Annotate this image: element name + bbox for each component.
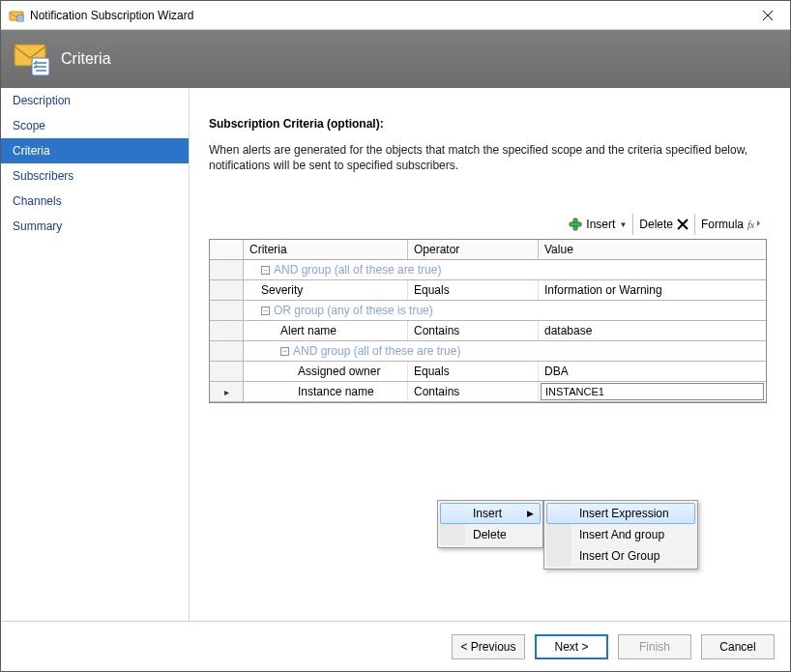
finish-button: Finish — [618, 634, 691, 659]
formula-fx-icon: fx — [747, 218, 761, 231]
menu-item-insert-or-group[interactable]: Insert Or Group — [546, 545, 695, 567]
main-panel: Subscription Criteria (optional): When a… — [190, 88, 790, 621]
close-button[interactable] — [746, 1, 790, 30]
cancel-button[interactable]: Cancel — [701, 634, 775, 659]
sidebar-item-channels[interactable]: Channels — [1, 189, 189, 214]
close-icon — [762, 10, 774, 21]
menu-item-insert[interactable]: Insert ▶ — [440, 503, 541, 524]
cell-criteria[interactable]: Severity — [244, 280, 408, 300]
window-title: Notification Subscription Wizard — [30, 9, 746, 22]
table-row[interactable]: Instance name Contains — [210, 382, 766, 402]
row-indicator — [210, 260, 244, 279]
grid-header-operator[interactable]: Operator — [408, 240, 539, 259]
submenu-arrow-icon: ▶ — [527, 509, 534, 518]
grid-toolbar: Insert ▼ Delete Formula fx — [209, 214, 767, 235]
menu-item-label: Insert — [473, 507, 502, 520]
menu-item-insert-expression[interactable]: Insert Expression — [546, 503, 695, 524]
plus-icon — [569, 218, 582, 231]
group-row[interactable]: − OR group (any of these is true) — [210, 301, 766, 321]
banner: Criteria — [1, 30, 790, 88]
cell-criteria[interactable]: Assigned owner — [244, 362, 408, 381]
svg-rect-1 — [17, 15, 23, 21]
grid-header-indent — [210, 240, 244, 259]
insert-label: Insert — [586, 218, 615, 231]
insert-button[interactable]: Insert ▼ — [563, 214, 633, 235]
menu-item-label: Delete — [473, 528, 507, 541]
group-label[interactable]: − AND group (all of these are true) — [244, 260, 766, 279]
menu-item-label: Insert And group — [579, 528, 664, 541]
wizard-footer: < Previous Next > Finish Cancel — [1, 621, 790, 671]
menu-item-insert-and-group[interactable]: Insert And group — [546, 524, 695, 545]
cell-operator[interactable]: Equals — [408, 362, 539, 381]
svg-marker-16 — [757, 220, 760, 226]
section-heading: Subscription Criteria (optional): — [209, 117, 767, 131]
table-row[interactable]: Assigned owner Equals DBA — [210, 362, 766, 382]
group-row[interactable]: − AND group (all of these are true) — [210, 341, 766, 362]
formula-label: Formula — [701, 218, 744, 231]
wizard-window: Notification Subscription Wizard Criteri… — [0, 0, 791, 672]
row-indicator — [210, 362, 244, 381]
table-row[interactable]: Alert name Contains database — [210, 321, 766, 341]
row-indicator — [210, 321, 244, 340]
next-button[interactable]: Next > — [535, 634, 608, 659]
cell-value[interactable]: database — [539, 321, 766, 340]
svg-rect-12 — [570, 222, 581, 226]
group-text: OR group (any of these is true) — [274, 304, 433, 317]
formula-button[interactable]: Formula fx — [695, 214, 767, 235]
group-label[interactable]: − AND group (all of these are true) — [244, 341, 766, 361]
app-icon — [9, 8, 24, 23]
criteria-grid: Criteria Operator Value − AND group (all… — [209, 239, 767, 403]
collapse-icon[interactable]: − — [280, 347, 289, 356]
cell-value[interactable]: Information or Warning — [539, 280, 766, 300]
context-menu[interactable]: Insert ▶ Delete — [437, 500, 543, 548]
cell-value[interactable]: DBA — [539, 362, 766, 381]
cell-operator[interactable]: Contains — [408, 382, 539, 401]
grid-header: Criteria Operator Value — [210, 240, 766, 260]
table-row[interactable]: Severity Equals Information or Warning — [210, 280, 766, 301]
group-text: AND group (all of these are true) — [293, 344, 460, 358]
row-indicator — [210, 341, 244, 361]
banner-title: Criteria — [61, 50, 111, 68]
menu-item-label: Insert Expression — [579, 507, 669, 520]
sidebar-item-summary[interactable]: Summary — [1, 214, 189, 239]
row-indicator — [210, 382, 244, 401]
row-indicator — [210, 280, 244, 300]
group-label[interactable]: − OR group (any of these is true) — [244, 301, 766, 320]
group-text: AND group (all of these are true) — [274, 263, 441, 277]
sidebar-item-description[interactable]: Description — [1, 88, 189, 113]
previous-button[interactable]: < Previous — [452, 634, 525, 659]
cell-operator[interactable]: Contains — [408, 321, 539, 340]
delete-button[interactable]: Delete — [633, 214, 695, 235]
cell-criteria[interactable]: Instance name — [244, 382, 408, 401]
context-submenu[interactable]: Insert Expression Insert And group Inser… — [543, 500, 698, 570]
collapse-icon[interactable]: − — [261, 307, 270, 315]
menu-item-label: Insert Or Group — [579, 549, 659, 563]
menu-item-delete[interactable]: Delete — [440, 524, 541, 545]
sidebar-item-scope[interactable]: Scope — [1, 113, 189, 138]
cell-value[interactable] — [539, 382, 766, 401]
delete-label: Delete — [639, 218, 673, 231]
grid-body: − AND group (all of these are true) Seve… — [210, 260, 766, 402]
group-row[interactable]: − AND group (all of these are true) — [210, 260, 766, 280]
value-input[interactable] — [541, 383, 764, 400]
cell-operator[interactable]: Equals — [408, 280, 539, 300]
dropdown-icon: ▼ — [619, 220, 627, 229]
collapse-icon[interactable]: − — [261, 266, 270, 275]
sidebar-item-criteria[interactable]: Criteria — [1, 138, 189, 163]
titlebar: Notification Subscription Wizard — [1, 1, 790, 30]
body: Description Scope Criteria Subscribers C… — [1, 88, 790, 621]
delete-x-icon — [677, 219, 688, 230]
banner-icon — [13, 41, 51, 77]
svg-text:fx: fx — [747, 219, 755, 230]
cell-criteria[interactable]: Alert name — [244, 321, 408, 340]
section-description: When alerts are generated for the object… — [209, 142, 767, 173]
wizard-sidebar: Description Scope Criteria Subscribers C… — [1, 88, 190, 621]
row-indicator — [210, 301, 244, 320]
grid-header-criteria[interactable]: Criteria — [244, 240, 408, 259]
grid-header-value[interactable]: Value — [539, 240, 766, 259]
sidebar-item-subscribers[interactable]: Subscribers — [1, 163, 189, 189]
